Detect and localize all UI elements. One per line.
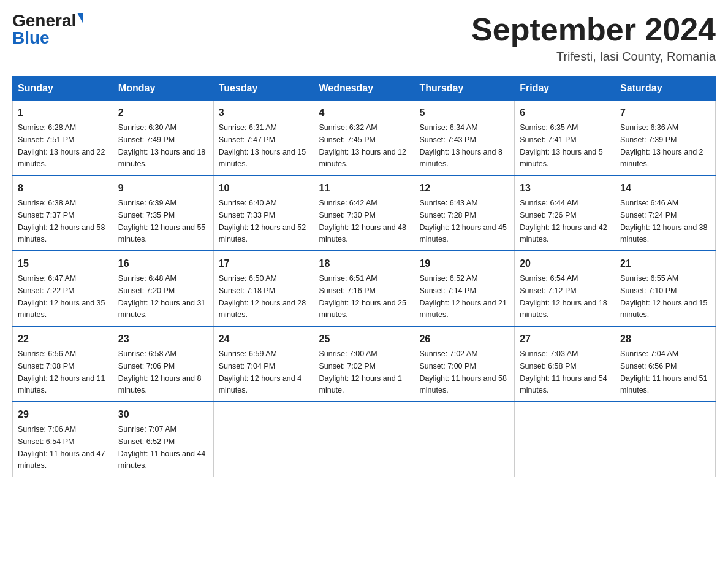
day-info: Sunrise: 6:59 AMSunset: 7:04 PMDaylight:…	[219, 350, 302, 394]
day-info: Sunrise: 6:31 AMSunset: 7:47 PMDaylight:…	[219, 123, 306, 168]
calendar-subtitle: Trifesti, Iasi County, Romania	[471, 50, 716, 64]
day-number: 17	[219, 256, 309, 271]
day-number: 27	[520, 332, 610, 347]
calendar-cell: 16 Sunrise: 6:48 AMSunset: 7:20 PMDaylig…	[113, 251, 213, 326]
calendar-cell	[213, 402, 314, 477]
calendar-cell: 19 Sunrise: 6:52 AMSunset: 7:14 PMDaylig…	[414, 251, 515, 326]
day-number: 22	[18, 332, 108, 347]
calendar-cell: 25 Sunrise: 7:00 AMSunset: 7:02 PMDaylig…	[314, 326, 414, 402]
day-header-thursday: Thursday	[414, 77, 515, 101]
day-info: Sunrise: 6:52 AMSunset: 7:14 PMDaylight:…	[419, 274, 506, 319]
calendar-cell: 23 Sunrise: 6:58 AMSunset: 7:06 PMDaylig…	[113, 326, 213, 402]
calendar-week-1: 1 Sunrise: 6:28 AMSunset: 7:51 PMDayligh…	[13, 101, 716, 176]
calendar-table: SundayMondayTuesdayWednesdayThursdayFrid…	[12, 76, 716, 477]
day-info: Sunrise: 7:03 AMSunset: 6:58 PMDaylight:…	[520, 350, 607, 394]
day-info: Sunrise: 7:06 AMSunset: 6:54 PMDaylight:…	[18, 425, 105, 470]
day-info: Sunrise: 7:07 AMSunset: 6:52 PMDaylight:…	[118, 425, 205, 470]
calendar-cell	[314, 402, 414, 477]
calendar-cell	[615, 402, 716, 477]
calendar-cell: 7 Sunrise: 6:36 AMSunset: 7:39 PMDayligh…	[615, 101, 716, 176]
day-number: 13	[520, 181, 610, 196]
day-info: Sunrise: 6:40 AMSunset: 7:33 PMDaylight:…	[219, 199, 306, 243]
day-number: 20	[520, 256, 610, 271]
calendar-cell	[515, 402, 615, 477]
day-number: 6	[520, 105, 610, 120]
day-number: 2	[118, 105, 208, 120]
logo: General Blue	[12, 12, 83, 47]
calendar-cell: 22 Sunrise: 6:56 AMSunset: 7:08 PMDaylig…	[13, 326, 113, 402]
day-header-saturday: Saturday	[615, 77, 716, 101]
day-info: Sunrise: 6:35 AMSunset: 7:41 PMDaylight:…	[520, 123, 603, 168]
calendar-body: 1 Sunrise: 6:28 AMSunset: 7:51 PMDayligh…	[13, 101, 716, 477]
day-info: Sunrise: 6:38 AMSunset: 7:37 PMDaylight:…	[18, 199, 105, 243]
calendar-cell: 27 Sunrise: 7:03 AMSunset: 6:58 PMDaylig…	[515, 326, 615, 402]
day-info: Sunrise: 6:32 AMSunset: 7:45 PMDaylight:…	[319, 123, 406, 168]
calendar-cell: 21 Sunrise: 6:55 AMSunset: 7:10 PMDaylig…	[615, 251, 716, 326]
day-header-sunday: Sunday	[13, 77, 113, 101]
calendar-cell: 1 Sunrise: 6:28 AMSunset: 7:51 PMDayligh…	[13, 101, 113, 176]
day-number: 29	[18, 407, 108, 422]
calendar-cell: 5 Sunrise: 6:34 AMSunset: 7:43 PMDayligh…	[414, 101, 515, 176]
day-number: 21	[620, 256, 710, 271]
day-info: Sunrise: 6:47 AMSunset: 7:22 PMDaylight:…	[18, 274, 105, 319]
calendar-cell: 13 Sunrise: 6:44 AMSunset: 7:26 PMDaylig…	[515, 175, 615, 251]
calendar-cell: 29 Sunrise: 7:06 AMSunset: 6:54 PMDaylig…	[13, 402, 113, 477]
day-number: 7	[620, 105, 710, 120]
day-info: Sunrise: 6:30 AMSunset: 7:49 PMDaylight:…	[118, 123, 205, 168]
calendar-cell: 26 Sunrise: 7:02 AMSunset: 7:00 PMDaylig…	[414, 326, 515, 402]
logo-general-text: General	[12, 12, 76, 29]
day-info: Sunrise: 6:56 AMSunset: 7:08 PMDaylight:…	[18, 350, 105, 394]
day-header-monday: Monday	[113, 77, 213, 101]
day-number: 25	[319, 332, 409, 347]
calendar-week-4: 22 Sunrise: 6:56 AMSunset: 7:08 PMDaylig…	[13, 326, 716, 402]
calendar-cell: 3 Sunrise: 6:31 AMSunset: 7:47 PMDayligh…	[213, 101, 314, 176]
day-number: 26	[419, 332, 509, 347]
day-info: Sunrise: 6:34 AMSunset: 7:43 PMDaylight:…	[419, 123, 502, 168]
day-info: Sunrise: 7:02 AMSunset: 7:00 PMDaylight:…	[419, 350, 506, 394]
calendar-cell: 14 Sunrise: 6:46 AMSunset: 7:24 PMDaylig…	[615, 175, 716, 251]
day-number: 30	[118, 407, 208, 422]
day-number: 24	[219, 332, 309, 347]
day-number: 10	[219, 181, 309, 196]
day-info: Sunrise: 6:39 AMSunset: 7:35 PMDaylight:…	[118, 199, 205, 243]
day-info: Sunrise: 6:55 AMSunset: 7:10 PMDaylight:…	[620, 274, 707, 319]
day-info: Sunrise: 6:36 AMSunset: 7:39 PMDaylight:…	[620, 123, 703, 168]
day-info: Sunrise: 6:58 AMSunset: 7:06 PMDaylight:…	[118, 350, 202, 394]
day-number: 16	[118, 256, 208, 271]
calendar-title: September 2024	[471, 12, 716, 47]
calendar-cell: 10 Sunrise: 6:40 AMSunset: 7:33 PMDaylig…	[213, 175, 314, 251]
calendar-week-2: 8 Sunrise: 6:38 AMSunset: 7:37 PMDayligh…	[13, 175, 716, 251]
day-info: Sunrise: 7:00 AMSunset: 7:02 PMDaylight:…	[319, 350, 403, 394]
day-number: 18	[319, 256, 409, 271]
day-info: Sunrise: 6:42 AMSunset: 7:30 PMDaylight:…	[319, 199, 406, 243]
calendar-cell	[414, 402, 515, 477]
calendar-cell: 28 Sunrise: 7:04 AMSunset: 6:56 PMDaylig…	[615, 326, 716, 402]
day-info: Sunrise: 6:50 AMSunset: 7:18 PMDaylight:…	[219, 274, 306, 319]
day-info: Sunrise: 6:48 AMSunset: 7:20 PMDaylight:…	[118, 274, 205, 319]
logo-arrow-icon	[77, 13, 83, 24]
day-info: Sunrise: 6:46 AMSunset: 7:24 PMDaylight:…	[620, 199, 707, 243]
day-number: 12	[419, 181, 509, 196]
day-info: Sunrise: 6:54 AMSunset: 7:12 PMDaylight:…	[520, 274, 607, 319]
calendar-cell: 30 Sunrise: 7:07 AMSunset: 6:52 PMDaylig…	[113, 402, 213, 477]
day-header-friday: Friday	[515, 77, 615, 101]
calendar-week-3: 15 Sunrise: 6:47 AMSunset: 7:22 PMDaylig…	[13, 251, 716, 326]
calendar-week-5: 29 Sunrise: 7:06 AMSunset: 6:54 PMDaylig…	[13, 402, 716, 477]
day-info: Sunrise: 6:51 AMSunset: 7:16 PMDaylight:…	[319, 274, 406, 319]
calendar-cell: 17 Sunrise: 6:50 AMSunset: 7:18 PMDaylig…	[213, 251, 314, 326]
day-number: 11	[319, 181, 409, 196]
calendar-cell: 6 Sunrise: 6:35 AMSunset: 7:41 PMDayligh…	[515, 101, 615, 176]
day-number: 8	[18, 181, 108, 196]
calendar-cell: 9 Sunrise: 6:39 AMSunset: 7:35 PMDayligh…	[113, 175, 213, 251]
calendar-cell: 8 Sunrise: 6:38 AMSunset: 7:37 PMDayligh…	[13, 175, 113, 251]
day-number: 15	[18, 256, 108, 271]
calendar-cell: 4 Sunrise: 6:32 AMSunset: 7:45 PMDayligh…	[314, 101, 414, 176]
calendar-cell: 12 Sunrise: 6:43 AMSunset: 7:28 PMDaylig…	[414, 175, 515, 251]
day-info: Sunrise: 6:43 AMSunset: 7:28 PMDaylight:…	[419, 199, 506, 243]
day-number: 1	[18, 105, 108, 120]
page-header: General Blue September 2024 Trifesti, Ia…	[12, 12, 716, 64]
day-number: 28	[620, 332, 710, 347]
calendar-header: SundayMondayTuesdayWednesdayThursdayFrid…	[13, 77, 716, 101]
day-info: Sunrise: 6:44 AMSunset: 7:26 PMDaylight:…	[520, 199, 607, 243]
day-header-tuesday: Tuesday	[213, 77, 314, 101]
